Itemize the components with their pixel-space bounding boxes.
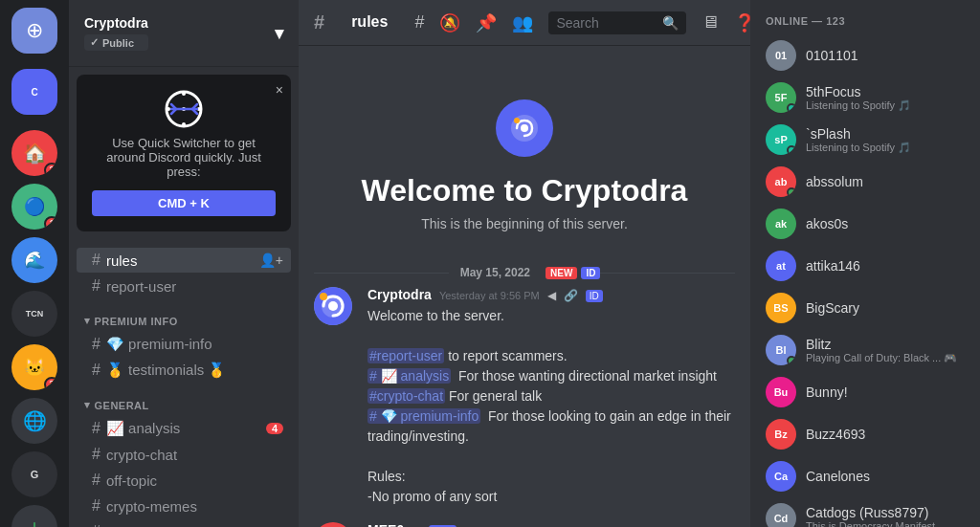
category-general[interactable]: ▾ GENERAL	[69, 384, 299, 415]
member-item-abssolum[interactable]: ab abssolum	[758, 161, 972, 203]
search-bar[interactable]: Search 🔍	[548, 11, 686, 34]
hash-icon-9: #	[92, 523, 100, 527]
channel-item-crypto-chat[interactable]: # crypto-chat	[77, 442, 291, 467]
report-user-mention[interactable]: #report-user	[368, 348, 444, 363]
id-badge: ID	[581, 267, 600, 279]
hash-icon-8: #	[92, 497, 100, 515]
category-chevron-2: ▾	[84, 399, 91, 411]
server-icon-cryptodra[interactable]: C	[11, 69, 57, 115]
member-item-akos0s[interactable]: ak akos0s	[758, 203, 972, 245]
channel-name-6: crypto-chat	[106, 447, 283, 463]
svg-point-11	[328, 301, 338, 311]
member-avatar-5thfocus: 5F	[766, 82, 796, 113]
channel-item-premium-info[interactable]: # 💎 premium-info	[77, 332, 291, 357]
channel-name-header: rules	[336, 0, 403, 46]
member-status-12: This is Democracy Manifest	[806, 520, 965, 527]
channel-name: rules	[106, 253, 254, 269]
hash-icon-3: #	[92, 336, 100, 353]
quick-switcher-shortcut[interactable]: CMD + K	[92, 190, 276, 216]
channel-item-testimonials[interactable]: # 🥇 testimonials 🥇	[77, 358, 291, 383]
hash-icon-4: #	[92, 362, 100, 379]
analysis-mention-1[interactable]: # 📈 analysis	[368, 368, 451, 384]
member-item-splash[interactable]: sP `sPlash Listening to Spotify 🎵	[758, 119, 972, 161]
member-item-catdogs[interactable]: Cd Catdogs (Russ8797) This is Democracy …	[758, 497, 972, 527]
date-divider: May 15, 2022 NEW ID	[314, 251, 735, 287]
members-icon[interactable]: 👥	[512, 12, 533, 33]
welcome-section: Welcome to Cryptodra This is the beginni…	[314, 61, 735, 251]
channel-item-crypto-memes[interactable]: # crypto-memes	[77, 494, 291, 518]
member-item-canelones[interactable]: Ca Canelones	[758, 455, 972, 497]
channel-hash-header: #	[314, 11, 324, 33]
member-avatar-splash: sP	[766, 124, 796, 155]
channel-name-5: 📈 analysis	[106, 420, 260, 437]
channels-list: # rules 👤+ # report-user ▾ PREMIUM INFO …	[69, 239, 299, 527]
server-icon-2[interactable]: 🔵 1	[11, 184, 57, 230]
message-group-2: M MEE6 ✓ BOT Yesterday at 9:59 PM (edite…	[314, 522, 735, 527]
member-item-bigscary[interactable]: BS BigScary	[758, 287, 972, 329]
channel-name-4: 🥇 testimonials 🥇	[106, 362, 283, 379]
premium-info-mention[interactable]: # 💎 premium-info	[368, 408, 480, 424]
member-name-5: akos0s	[806, 216, 965, 231]
add-server-button[interactable]: +	[11, 505, 57, 527]
member-avatar-akos0s: ak	[766, 209, 796, 239]
member-item-buzz4693[interactable]: Bz Buzz4693	[758, 413, 972, 455]
message-content-1: Cryptodra Yesterday at 9:56 PM ◀ 🔗 ID We…	[368, 287, 735, 507]
server-icon-4[interactable]: TCN	[11, 291, 57, 337]
member-info-abssolum: abssolum	[806, 174, 965, 189]
member-avatar-bunny: Bu	[766, 377, 796, 407]
channel-item-rules[interactable]: # rules 👤+	[77, 248, 291, 273]
member-info-akos0s: akos0s	[806, 216, 965, 231]
svg-point-8	[514, 118, 520, 123]
mute-icon[interactable]: 🔕	[439, 12, 460, 33]
channel-item-analysis[interactable]: # 📈 analysis 4	[77, 416, 291, 441]
hash-icon-2: #	[92, 277, 100, 295]
chat-messages: Welcome to Cryptodra This is the beginni…	[299, 46, 750, 527]
member-name-9: Bunny!	[806, 384, 965, 400]
category-chevron: ▾	[84, 315, 91, 327]
member-info-attika146: attika146	[806, 258, 965, 274]
member-name: 0101101	[806, 48, 965, 63]
message-timestamp-1: Yesterday at 9:56 PM	[439, 290, 540, 301]
hashtag-icon[interactable]: #	[414, 12, 424, 33]
category-label-2: GENERAL	[95, 400, 149, 411]
message-username-2: MEE6	[368, 522, 404, 527]
header-icons: # 🔕 📌 👥 Search 🔍 🖥 ❓	[414, 11, 750, 34]
member-item-bunny[interactable]: Bu Bunny!	[758, 371, 972, 413]
member-item-blitz[interactable]: Bl Blitz Playing Call of Duty: Black ...…	[758, 329, 972, 371]
member-item-attika146[interactable]: at attika146	[758, 245, 972, 287]
channel-name-8: crypto-memes	[106, 498, 283, 515]
member-info-splash: `sPlash Listening to Spotify 🎵	[806, 126, 965, 154]
home-button[interactable]: ⊕	[11, 8, 57, 54]
member-name-7: BigScary	[806, 300, 965, 316]
crypto-chat-mention[interactable]: #crypto-chat	[368, 388, 445, 404]
search-icon: 🔍	[662, 15, 679, 31]
pin-icon[interactable]: 📌	[476, 12, 497, 33]
category-premium-info[interactable]: ▾ PREMIUM INFO	[69, 299, 299, 331]
server-icon-7[interactable]: G	[11, 451, 57, 497]
channel-sidebar: Cryptodra ✓ Public ▾ ×	[69, 0, 299, 527]
server-icon-3[interactable]: 🌊	[11, 237, 57, 283]
member-status-3: Listening to Spotify 🎵	[806, 142, 965, 154]
close-tooltip-button[interactable]: ×	[276, 82, 283, 98]
quick-switcher-text: Use Quick Switcher to get around Discord…	[92, 136, 276, 179]
channel-item-report-user[interactable]: # report-user	[77, 274, 291, 298]
channel-item-off-topic[interactable]: # off-topic	[77, 468, 291, 493]
server-icon-6[interactable]: 🌐	[11, 398, 57, 444]
server-header[interactable]: Cryptodra ✓ Public ▾	[69, 0, 299, 67]
channel-item-social-media[interactable]: # social-media	[77, 519, 291, 527]
welcome-subtitle: This is the beginning of this server.	[333, 216, 716, 231]
member-item-0101101[interactable]: 01 0101101	[758, 34, 972, 77]
message-header-1: Cryptodra Yesterday at 9:56 PM ◀ 🔗 ID	[368, 287, 735, 302]
server-icon-1[interactable]: 🏠 2	[11, 130, 57, 176]
svg-point-2	[182, 92, 186, 96]
inbox-icon[interactable]: 🖥	[702, 12, 719, 33]
member-info-bunny: Bunny!	[806, 384, 965, 400]
add-user-icon[interactable]: 👤+	[259, 253, 283, 268]
member-item-5thfocus[interactable]: 5F 5thFocus Listening to Spotify 🎵	[758, 77, 972, 119]
member-info-canelones: Canelones	[806, 469, 965, 484]
member-list: ONLINE — 123 01 0101101 5F 5thFocus List…	[750, 0, 980, 527]
server-icon-5[interactable]: 🐱 3	[11, 344, 57, 390]
hash-icon-6: #	[92, 446, 100, 463]
member-avatar-canelones: Ca	[766, 461, 796, 492]
help-icon[interactable]: ❓	[734, 12, 750, 33]
